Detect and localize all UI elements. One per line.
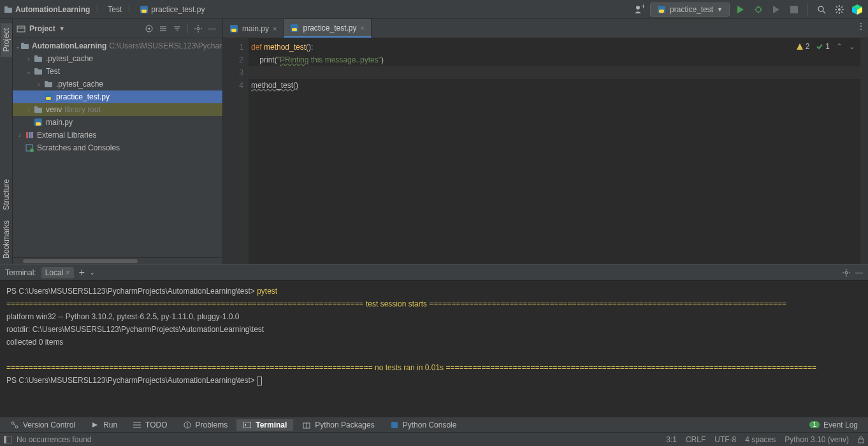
vcs-tool-button[interactable]: Version Control (4, 419, 82, 431)
project-tool-tab[interactable]: Project (1, 23, 12, 57)
hide-terminal-button[interactable]: — (855, 268, 863, 277)
python-packages-tool-button[interactable]: Python Packages (296, 419, 380, 431)
project-tree[interactable]: ⌄AutomationLearningC:\Users\MSUSERSL123\… (13, 38, 222, 257)
file-encoding[interactable]: UTF-8 (714, 435, 736, 444)
run-tool-button[interactable]: Run (84, 419, 124, 431)
todo-tool-button[interactable]: TODO (126, 419, 173, 431)
tool-window-quick-access[interactable] (4, 436, 11, 443)
editor-inspections-widget[interactable]: 2 1 ⌃ ⌄ (796, 42, 855, 51)
bottom-tool-window-bar: Version Control Run TODO Problems Termin… (0, 417, 868, 432)
line-number-gutter[interactable]: 1234 (223, 38, 249, 264)
editor-body[interactable]: 1234 def method_test(): print("PRinting … (223, 38, 868, 264)
breadcrumb-folder[interactable]: Test (108, 5, 122, 14)
chevron-down-icon[interactable]: ⌄ (849, 42, 855, 51)
expand-arrow-icon[interactable]: ⌄ (24, 68, 33, 75)
stop-button[interactable] (787, 3, 801, 17)
expand-arrow-icon[interactable]: › (34, 81, 43, 88)
editor-tab[interactable]: main.py× (223, 19, 284, 38)
settings-button[interactable] (832, 3, 846, 17)
breadcrumb-root[interactable]: AutomationLearning (15, 5, 90, 14)
expand-arrow-icon[interactable]: › (24, 55, 33, 62)
run-configuration-selector[interactable]: practice_test ▼ (650, 3, 730, 17)
svg-rect-54 (46, 97, 51, 100)
svg-rect-48 (34, 55, 38, 57)
line-number[interactable]: 1 (223, 41, 243, 54)
hide-panel-button[interactable]: — (206, 22, 219, 35)
select-opened-file-button[interactable] (143, 22, 156, 35)
libs-icon (24, 130, 34, 140)
project-tool-window: Project ▼ — ⌄AutomationLearningC:\Users\… (13, 19, 223, 264)
left-tool-window-stripe: Project Structure Bookmarks (0, 19, 13, 264)
svg-point-16 (818, 6, 823, 11)
line-number[interactable]: 4 (223, 79, 243, 92)
collapse-all-button[interactable] (171, 22, 184, 35)
tree-label: Test (46, 67, 60, 76)
indent-settings[interactable]: 4 spaces (745, 435, 776, 444)
tree-label: .pytest_cache (46, 54, 93, 63)
terminal-session-tab[interactable]: Local × (41, 267, 74, 278)
error-stripe[interactable] (860, 38, 868, 264)
tree-row[interactable]: ›.pytest_cache (13, 78, 222, 90)
run-button[interactable] (734, 3, 748, 17)
terminal-tool-button[interactable]: Terminal (236, 419, 293, 431)
editor-tabs-menu[interactable]: ⋮ (854, 19, 868, 33)
python-console-tool-button[interactable]: Python Console (384, 419, 463, 431)
code-area[interactable]: def method_test(): print("PRinting this … (249, 38, 860, 264)
read-only-toggle[interactable] (858, 436, 864, 443)
line-separator[interactable]: CRLF (686, 435, 705, 444)
svg-line-17 (823, 11, 825, 13)
ide-logo-icon[interactable] (850, 3, 864, 17)
terminal-title: Terminal: (5, 268, 36, 277)
tree-row[interactable]: ›External Libraries (13, 129, 222, 141)
svg-rect-30 (17, 26, 25, 32)
search-everywhere-button[interactable] (814, 3, 828, 17)
terminal-settings-button[interactable] (843, 269, 850, 277)
new-terminal-button[interactable]: + (79, 267, 85, 278)
breadcrumb-file[interactable]: practice_test.py (151, 5, 205, 14)
terminal-dropdown-button[interactable]: ⌄ (90, 270, 95, 276)
svg-line-76 (13, 424, 16, 426)
svg-rect-47 (34, 57, 42, 62)
svg-rect-59 (26, 132, 28, 138)
line-number[interactable]: 2 (223, 54, 243, 66)
close-tab-icon[interactable]: × (273, 25, 277, 32)
ok-indicator[interactable]: 1 (816, 42, 830, 51)
add-user-icon[interactable]: + (632, 3, 646, 17)
horizontal-scrollbar[interactable] (13, 257, 222, 264)
tree-row[interactable]: main.py (13, 116, 222, 129)
problems-tool-button[interactable]: Problems (177, 419, 235, 431)
svg-rect-61 (31, 132, 33, 138)
chevron-up-icon[interactable]: ⌃ (836, 42, 843, 51)
event-log-button[interactable]: 1Event Log (803, 419, 864, 431)
breadcrumb[interactable]: AutomationLearning 〉 Test 〉 practice_tes… (4, 4, 205, 15)
expand-arrow-icon[interactable]: › (24, 106, 33, 113)
project-title-label: Project (29, 24, 55, 33)
editor-tab[interactable]: practice_test.py× (284, 19, 371, 38)
line-number[interactable]: 3 (223, 66, 243, 79)
navbar-actions: + practice_test ▼ (632, 3, 864, 17)
terminal-output[interactable]: PS C:\Users\MSUSERSL123\PycharmProjects\… (0, 281, 868, 417)
expand-arrow-icon[interactable]: › (15, 132, 24, 139)
tree-label: Scratches and Consoles (37, 143, 120, 152)
run-with-coverage-button[interactable] (769, 3, 783, 17)
panel-settings-button[interactable] (192, 22, 205, 35)
structure-tool-tab[interactable]: Structure (1, 174, 12, 215)
project-icon (17, 24, 25, 33)
tree-row[interactable]: ⌄Test (13, 65, 222, 78)
svg-point-40 (197, 27, 199, 30)
tree-row[interactable]: Scratches and Consoles (13, 141, 222, 154)
close-tab-icon[interactable]: × (361, 24, 365, 32)
expand-arrow-icon[interactable]: ⌄ (15, 43, 20, 50)
tree-row[interactable]: ›.pytest_cache (13, 52, 222, 65)
python-interpreter[interactable]: Python 3.10 (venv) (785, 435, 849, 444)
caret-position[interactable]: 3:1 (666, 435, 677, 444)
bookmarks-tool-tab[interactable]: Bookmarks (1, 215, 12, 264)
close-icon[interactable]: × (66, 268, 70, 277)
debug-button[interactable] (751, 3, 765, 17)
tree-row[interactable]: practice_test.py (13, 90, 222, 103)
warnings-indicator[interactable]: 2 (796, 42, 810, 51)
project-view-selector[interactable]: Project ▼ (17, 24, 65, 33)
expand-all-button[interactable] (157, 22, 170, 35)
tree-row[interactable]: ⌄AutomationLearningC:\Users\MSUSERSL123\… (13, 40, 222, 52)
tree-row[interactable]: ›venvlibrary root (13, 103, 222, 116)
